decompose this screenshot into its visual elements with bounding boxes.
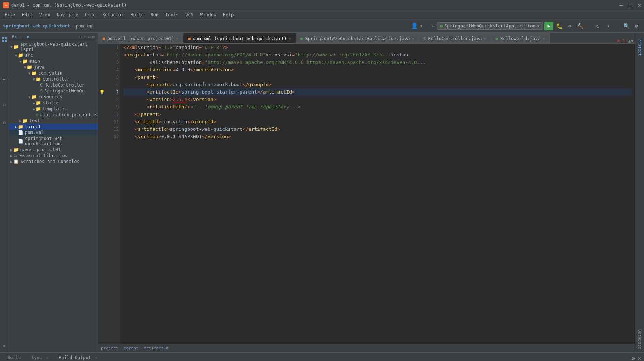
run-config-dropdown[interactable]: ● SpringbootWebQuickstartApplication ▾: [437, 22, 543, 30]
tab-hello-world[interactable]: ● HelloWorld.java ✕: [491, 33, 550, 43]
line-num-3: 3: [107, 59, 119, 66]
tree-sort-btn[interactable]: ↕: [84, 34, 86, 39]
svg-rect-5: [3, 79, 5, 80]
tree-java[interactable]: ▼ 📁 java: [9, 64, 98, 70]
menu-build[interactable]: Build: [127, 12, 147, 18]
menu-help[interactable]: Help: [220, 12, 237, 18]
tree-settings-btn[interactable]: ⚙: [92, 34, 95, 39]
menu-window[interactable]: Window: [197, 12, 219, 18]
bottom-panel-actions: ⚙ ✕: [632, 355, 641, 361]
line-num-2: 2: [107, 51, 119, 59]
maven-sidebar-icon[interactable]: ⚙: [1, 119, 8, 126]
tab-pom-maven[interactable]: ■ pom.xml (maven-project01) ✕: [98, 33, 183, 43]
git-avatar-icon[interactable]: 👤: [411, 22, 418, 29]
bottom-tab-build-output[interactable]: Build Output ✕: [54, 354, 102, 361]
gutter-line-12: [98, 126, 105, 133]
tree-target[interactable]: ▶ 📁 target: [9, 124, 98, 130]
tree-scratches[interactable]: ▶ 📋 Scratches and Consoles: [9, 159, 98, 165]
toolbar-file-label: pom.xml: [76, 23, 95, 29]
toolbar-dropdown-icon[interactable]: ▾: [604, 22, 613, 30]
coverage-button[interactable]: ⊕: [565, 22, 574, 30]
breadcrumb-parent[interactable]: parent: [124, 346, 139, 351]
bottom-tab-sync[interactable]: Sync ✕: [27, 354, 53, 361]
debug-button[interactable]: 🐛: [555, 22, 564, 30]
tab-close-app[interactable]: ✕: [412, 36, 414, 40]
favorites-sidebar-icon[interactable]: ★: [1, 342, 8, 349]
line-num-5: 5: [107, 74, 119, 81]
menu-refactor[interactable]: Refactor: [99, 12, 127, 18]
menu-tools[interactable]: Tools: [162, 12, 182, 18]
tree-filter-btn[interactable]: ⊟: [88, 34, 91, 39]
git-push-icon[interactable]: ⬆: [420, 23, 423, 29]
navigate-back-icon[interactable]: ←: [432, 22, 435, 29]
tree-main[interactable]: ▼ 📁 main: [9, 58, 98, 64]
tree-spring-app[interactable]: ▶ S SpringbootWebQu: [9, 88, 98, 94]
menu-edit[interactable]: Edit: [19, 12, 36, 18]
breadcrumb-artifactid[interactable]: artifactId: [144, 346, 168, 351]
tab-close-spring[interactable]: ✕: [289, 36, 291, 40]
menu-file[interactable]: File: [1, 12, 18, 18]
svg-rect-4: [3, 78, 6, 78]
bottom-tab-build[interactable]: Build: [3, 354, 25, 361]
tree-project-root[interactable]: ▼ 📁 springboot-web-quickstart [spri: [9, 41, 98, 52]
editor-content: 💡 1 2 3 4 5 6 7 8 9 10 11 1: [98, 44, 635, 344]
tree-src[interactable]: ▼ 📁 src: [9, 52, 98, 58]
settings-icon[interactable]: ⚙: [632, 22, 641, 30]
menu-code[interactable]: Code: [82, 12, 99, 18]
code-area[interactable]: <?xml version="1.0" encoding="UTF-8"?> <…: [120, 44, 635, 344]
tree-templates[interactable]: ▶ 📁 templates: [9, 106, 98, 112]
maximize-button[interactable]: □: [629, 2, 632, 8]
project-sidebar-icon[interactable]: [1, 36, 8, 43]
tab-pom-spring[interactable]: ■ pom.xml (springboot-web-quickstart) ✕: [183, 33, 296, 43]
tree-collapse-btn[interactable]: ⊖: [79, 34, 82, 39]
tab-close-ctrl[interactable]: ✕: [484, 36, 486, 40]
svg-rect-1: [5, 37, 7, 39]
bookmarks-sidebar-icon[interactable]: ⊙: [1, 101, 8, 108]
editor-area: ■ pom.xml (maven-project01) ✕ ■ pom.xml …: [98, 33, 635, 352]
project-vertical-label[interactable]: Project: [637, 36, 643, 59]
tree-com-yulin[interactable]: ▼ 📁 com.yulin: [9, 70, 98, 76]
search-everywhere-icon[interactable]: 🔍: [622, 22, 631, 30]
tab-xml-icon-2: ■: [188, 36, 191, 41]
menu-navigate[interactable]: Navigate: [54, 12, 81, 18]
toolbar-separator: ›: [72, 23, 74, 29]
structure-sidebar-icon[interactable]: [1, 76, 8, 83]
panel-settings-icon[interactable]: ⚙: [632, 355, 635, 361]
gutter-line-11: [98, 118, 105, 126]
gutter-line-5: [98, 74, 105, 81]
menu-view[interactable]: View: [36, 12, 53, 18]
code-line-9: <relativePath/> <!-- lookup parent from …: [123, 103, 632, 111]
tree-static[interactable]: ▶ 📁 static: [9, 100, 98, 106]
minimize-button[interactable]: ─: [620, 2, 623, 8]
scroll-tabs-down[interactable]: ▼: [631, 38, 634, 43]
menu-vcs[interactable]: VCS: [182, 12, 196, 18]
build-output-close[interactable]: ✕: [95, 356, 97, 360]
build-button[interactable]: 🔨: [576, 22, 585, 30]
tree-app-properties[interactable]: ▶ ⚙ application.properties: [9, 112, 98, 118]
tree-test[interactable]: ▶ 📁 test: [9, 118, 98, 124]
breadcrumb-project[interactable]: project: [101, 346, 118, 351]
panel-close-icon[interactable]: ✕: [638, 355, 641, 361]
tab-close-world[interactable]: ✕: [543, 36, 545, 40]
tree-maven-project[interactable]: ▶ 📁 maven-project01: [9, 147, 98, 153]
tab-spring-app[interactable]: ● SpringbootWebQuickstartApplication.jav…: [296, 33, 419, 43]
sync-close[interactable]: ✕: [46, 356, 48, 360]
svg-rect-6: [3, 81, 4, 81]
tree-resources[interactable]: ▼ 📁 resources: [9, 94, 98, 100]
tree-pom-xml[interactable]: ▶ 📄 pom.xml: [9, 130, 98, 136]
menu-run[interactable]: Run: [147, 12, 162, 18]
scroll-tabs-up[interactable]: ▲: [628, 38, 631, 43]
run-button[interactable]: ▶: [544, 22, 553, 30]
tab-close-maven[interactable]: ✕: [176, 36, 179, 40]
refresh-icon[interactable]: ↻: [593, 22, 602, 30]
tree-iml[interactable]: ▶ 📄 springboot-web-quickstart.iml: [9, 136, 98, 147]
gutter-lightbulb[interactable]: 💡: [98, 88, 105, 96]
tab-hello-ctrl[interactable]: C HelloController.java ✕: [419, 33, 491, 43]
tree-controller[interactable]: ▼ 📁 controller: [9, 76, 98, 82]
tree-external-libs[interactable]: ▶ 🗂 External Libraries: [9, 153, 98, 159]
gutter-line-2: [98, 51, 105, 59]
code-line-10: </parent>: [123, 111, 632, 118]
tree-hello-controller[interactable]: ▶ C HelloController: [9, 82, 98, 88]
close-button[interactable]: ✕: [638, 2, 641, 8]
database-vertical-label[interactable]: Database: [637, 326, 643, 352]
